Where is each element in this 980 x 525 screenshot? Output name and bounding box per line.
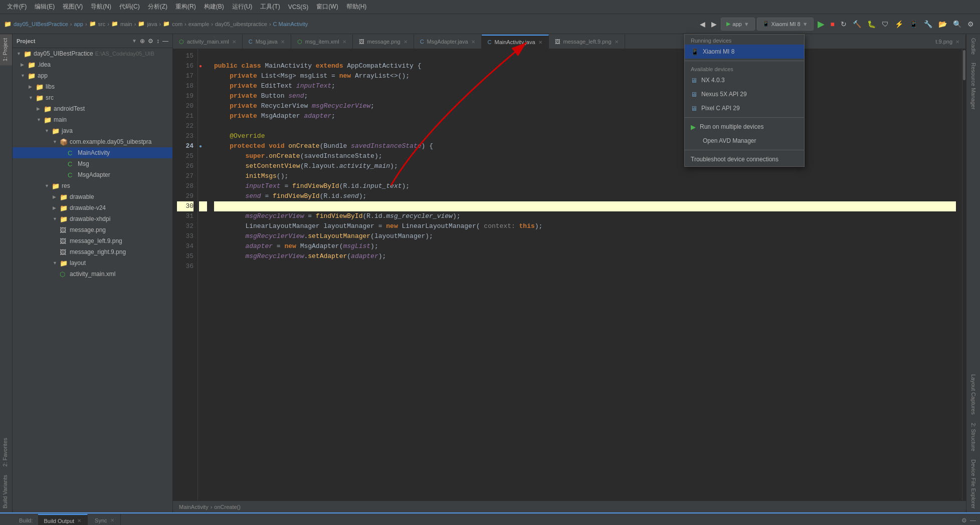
menu-run[interactable]: 运行(U) (229, 2, 256, 12)
tree-msgadapter[interactable]: C MsgAdapter (13, 169, 172, 180)
open-avd-manager-btn[interactable]: Open AVD Manager (685, 134, 804, 148)
panel-sort-icon[interactable]: ↕ (156, 38, 159, 45)
avd-btn[interactable]: 📱 (907, 19, 920, 29)
tab-close-sync[interactable]: ✕ (110, 517, 114, 523)
sidebar-project-tab[interactable]: 1: Project (0, 34, 13, 65)
tree-drawable[interactable]: ▶ 📁 drawable (13, 191, 172, 202)
back-btn[interactable]: ◀ (698, 19, 707, 29)
tree-res[interactable]: ▼ 📁 res (13, 180, 172, 191)
sidebar-favorites-tab[interactable]: 2: Favorites (0, 434, 13, 470)
tree-msg[interactable]: C Msg (13, 158, 172, 169)
build-panel-minimize[interactable]: — (970, 517, 976, 524)
tab-sync[interactable]: Sync ✕ (89, 514, 120, 526)
sidebar-buildvariants-tab[interactable]: Build Variants (0, 471, 13, 512)
tree-layout[interactable]: ▼ 📁 layout (13, 257, 172, 269)
menu-vcs[interactable]: VCS(S) (285, 3, 312, 12)
dropdown-separator-1 (685, 61, 804, 61)
tree-src[interactable]: ▼ 📁 src (13, 92, 172, 103)
tab-close-msg[interactable]: ✕ (281, 39, 285, 45)
panel-scope-icon[interactable]: ⊕ (140, 38, 145, 45)
code-line-33: msgRecyclerView.setLayoutManager(layoutM… (214, 231, 956, 241)
menu-view[interactable]: 视图(V) (60, 2, 86, 12)
build-btn[interactable]: 🔨 (851, 19, 863, 29)
menu-tools[interactable]: 工具(T) (257, 2, 283, 12)
tree-mainactivity[interactable]: C MainActivity (13, 147, 172, 158)
tree-app[interactable]: ▼ 📁 app (13, 70, 172, 81)
device-file-btn[interactable]: 📂 (936, 19, 949, 29)
tab-close-msg-item[interactable]: ✕ (342, 39, 346, 45)
tree-androidtest[interactable]: ▶ 📁 androidTest (13, 103, 172, 114)
build-panel-gear[interactable]: ⚙ (961, 517, 967, 524)
tab-close-message-left[interactable]: ✕ (615, 39, 619, 45)
sidebar-resource-manager-tab[interactable]: Resource Manager (969, 59, 977, 114)
sync-btn[interactable]: ↻ (839, 19, 849, 29)
breadcrumb-class[interactable]: MainActivity (179, 504, 209, 510)
tab-message-left-png[interactable]: 🖼 message_left.9.png ✕ (549, 35, 625, 49)
sidebar-device-file-tab[interactable]: Device File Explorer (969, 455, 977, 512)
tab-close-extra[interactable]: ✕ (955, 39, 959, 45)
tab-msgadapter-java[interactable]: C MsgAdapter.java ✕ (414, 35, 482, 49)
tab-close-build-output[interactable]: ✕ (77, 518, 81, 523)
device-xiaomi-mi8[interactable]: 📱 Xiaomi MI 8 (685, 45, 804, 59)
tab-close-msgadapter[interactable]: ✕ (471, 39, 475, 45)
tree-libs[interactable]: ▶ 📁 libs (13, 81, 172, 92)
tree-activity-main-xml[interactable]: ⬡ activity_main.xml (13, 269, 172, 280)
menu-file[interactable]: 文件(F) (4, 2, 30, 12)
tree-main[interactable]: ▼ 📁 main (13, 114, 172, 125)
tree-drawable-xhdpi[interactable]: ▼ 📁 drawable-xhdpi (13, 213, 172, 224)
tab-message-png[interactable]: 🖼 message.png ✕ (353, 35, 414, 49)
device-nexus5x[interactable]: 🖥 Nexus 5X API 29 (685, 87, 804, 101)
tab-activity-main-xml[interactable]: ⬡ activity_main.xml ✕ (173, 35, 243, 49)
tree-message-right-png[interactable]: 🖼 message_right.9.png (13, 246, 172, 257)
pixelc-label: Pixel C API 29 (701, 105, 740, 112)
code-line-36 (214, 261, 956, 272)
sidebar-gradle-tab[interactable]: Gradle (969, 34, 977, 59)
tab-close-message-png[interactable]: ✕ (404, 39, 408, 45)
run-button[interactable]: ▶ (816, 18, 827, 31)
sidebar-layout-captures-tab[interactable]: Layout Captures (969, 370, 977, 419)
tab-close-mainactivity[interactable]: ✕ (538, 40, 542, 45)
tree-message-png[interactable]: 🖼 message.png (13, 224, 172, 235)
tab-build-output[interactable]: Build Output ✕ (38, 514, 88, 526)
debug-btn[interactable]: 🐛 (865, 19, 878, 29)
search-btn[interactable]: 🔍 (951, 19, 963, 29)
run-multiple-devices-btn[interactable]: ▶ Run on multiple devices (685, 120, 804, 134)
device-name: Xiaomi MI 8 (771, 21, 801, 27)
breadcrumb-method[interactable]: onCreate() (214, 504, 241, 510)
tree-drawable-v24[interactable]: ▶ 📁 drawable-v24 (13, 202, 172, 213)
tab-extra[interactable]: t.9.png ✕ (929, 35, 966, 49)
menu-window[interactable]: 窗口(W) (313, 2, 341, 12)
tab-mainactivity-java[interactable]: C MainActivity.java ✕ (482, 35, 549, 49)
tree-message-left-png[interactable]: 🖼 message_left.9.png (13, 235, 172, 246)
breadcrumb-app: app (74, 21, 83, 27)
menu-analyze[interactable]: 分析(Z) (145, 2, 170, 12)
device-selector-btn[interactable]: 📱 Xiaomi MI 8 ▼ (757, 18, 814, 31)
code-content[interactable]: public class MainActivity extends AppCom… (208, 49, 962, 500)
menu-code[interactable]: 代码(C) (116, 2, 143, 12)
settings-btn[interactable]: ⚙ (965, 19, 976, 29)
device-pixelc[interactable]: 🖥 Pixel C API 29 (685, 101, 804, 115)
device-nx403[interactable]: 🖥 NX 4.0.3 (685, 73, 804, 87)
menu-build[interactable]: 构建(B) (201, 2, 227, 12)
menu-refactor[interactable]: 重构(R) (172, 2, 199, 12)
tree-package[interactable]: ▼ 📦 com.example.day05_uibestpra (13, 136, 172, 147)
panel-gear-icon[interactable]: ⚙ (148, 38, 153, 45)
coverage-btn[interactable]: 🛡 (880, 19, 891, 29)
app-config-btn[interactable]: ▶app▼ (721, 18, 754, 31)
stop-btn[interactable]: ■ (829, 19, 837, 29)
profile-btn[interactable]: ⚡ (893, 19, 905, 29)
tree-root[interactable]: ▼ 📁 day05_UIBestPractice E:\AS_Code\day0… (13, 48, 172, 59)
menu-navigate[interactable]: 导航(N) (88, 2, 114, 12)
sidebar-structure-tab[interactable]: 2: Structure (969, 419, 977, 455)
tree-java[interactable]: ▼ 📁 java (13, 125, 172, 136)
menu-edit[interactable]: 编辑(E) (32, 2, 58, 12)
panel-close-icon[interactable]: — (162, 38, 168, 45)
sdk-btn[interactable]: 🔧 (922, 19, 934, 29)
forward-btn[interactable]: ▶ (709, 19, 719, 29)
tab-close-activity-main[interactable]: ✕ (232, 39, 236, 45)
troubleshoot-connections-btn[interactable]: Troubleshoot device connections (685, 152, 804, 166)
tab-msg-item-xml[interactable]: ⬡ msg_item.xml ✕ (291, 35, 353, 49)
tree-idea[interactable]: ▶ 📁 .idea (13, 59, 172, 70)
menu-help[interactable]: 帮助(H) (343, 2, 370, 12)
tab-msg-java[interactable]: C Msg.java ✕ (243, 35, 291, 49)
